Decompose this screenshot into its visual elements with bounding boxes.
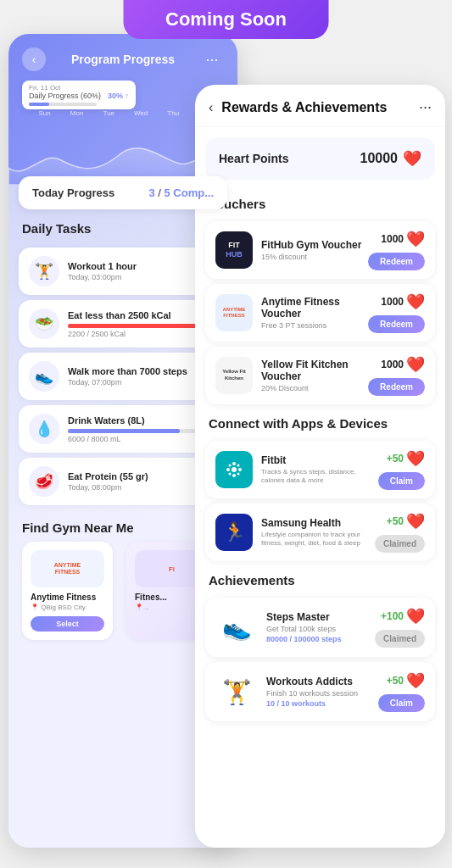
achievement-points: +50 ❤️ xyxy=(387,671,425,690)
claim-button-fitbit[interactable]: Claim xyxy=(378,472,425,490)
app-desc: Lifestyle companion to track your fitnes… xyxy=(261,531,375,548)
achievements-section-title: Achievements xyxy=(195,566,445,593)
achievement-right: +50 ❤️ Claim xyxy=(378,671,425,712)
redeem-button-fithub[interactable]: Redeem xyxy=(368,253,425,270)
task-icon-workout: 🏋 xyxy=(29,256,59,287)
heart-points-card: Heart Points 10000 ❤️ xyxy=(205,137,435,180)
fitbit-logo xyxy=(215,451,253,488)
more-options-button[interactable]: ··· xyxy=(200,47,224,71)
voucher-cost: 1000 ❤️ xyxy=(381,230,425,248)
voucher-card-anytime: ANYTIMEFITNESS Anytime Fitness Voucher F… xyxy=(205,284,435,342)
gym-logo-anytime: ANYTIMEFITNESS xyxy=(31,550,104,587)
svg-point-4 xyxy=(238,468,242,471)
connect-section-title: Connect with Apps & Devices xyxy=(195,409,445,436)
svg-point-5 xyxy=(229,465,232,467)
cost-heart-icon: ❤️ xyxy=(406,230,425,248)
right-card: ‹ Rewards & Achievements ··· Heart Point… xyxy=(195,85,445,848)
back-button[interactable]: ‹ xyxy=(22,47,46,71)
svg-point-7 xyxy=(229,473,232,476)
svg-point-6 xyxy=(237,465,240,467)
chart-label-mon: Mon xyxy=(70,109,84,117)
claim-button-workouts[interactable]: Claim xyxy=(378,694,425,712)
program-progress-title: Program Progress xyxy=(71,53,175,66)
chart-label-wed: Wed xyxy=(134,109,148,117)
claimed-button-steps: Claimed xyxy=(375,630,425,648)
find-gym-title: Find Gym Near Me xyxy=(22,520,224,542)
voucher-desc: 15% discount xyxy=(261,253,368,261)
rewards-header: ‹ Rewards & Achievements ··· xyxy=(195,85,445,127)
anytime-logo: ANYTIMEFITNESS xyxy=(215,294,253,331)
heart-icon: ❤️ xyxy=(403,149,421,168)
redeem-button-yellowfit[interactable]: Redeem xyxy=(368,378,425,396)
today-progress-section: Today Progress 3 / 5 Comp... xyxy=(19,176,227,209)
heart-points-label: Heart Points xyxy=(219,152,288,165)
app-right: +50 ❤️ Claimed xyxy=(375,512,425,553)
svg-point-3 xyxy=(226,468,230,471)
achievement-card-steps: 👟 Steps Master Get Total 100k steps 8000… xyxy=(205,598,435,657)
achievement-name: Steps Master xyxy=(266,611,375,623)
svg-point-1 xyxy=(232,462,236,465)
heart-points-number: 10000 xyxy=(360,151,399,166)
app-desc: Tracks & syncs steps, distance, calories… xyxy=(261,468,378,486)
voucher-card-yellowfit: Yellow FitKitchen Yellow Fit Kitchen Vou… xyxy=(205,347,435,404)
app-info-samsung: Samsung Health Lifestyle companion to tr… xyxy=(261,517,375,548)
progress-tooltip: Fri, 11 Oct Daily Progress (60%) 30% ↑ xyxy=(22,81,136,109)
gym-location: 📍 QBig BSD City xyxy=(31,604,104,611)
chart-label-sun: Sun xyxy=(39,109,51,117)
achievement-progress: 10 / 10 workouts xyxy=(266,699,378,708)
app-name: Fitbit xyxy=(261,454,378,466)
app-points: +50 ❤️ xyxy=(387,449,425,468)
gym-select-button[interactable]: Select xyxy=(31,616,104,632)
voucher-card-fithub: FITHUB FitHub Gym Voucher 15% discount 1… xyxy=(205,221,435,279)
app-card-samsung: 🏃 Samsung Health Lifestyle companion to … xyxy=(205,504,435,561)
task-progress-fill xyxy=(68,429,180,433)
voucher-info-fithub: FitHub Gym Voucher 15% discount xyxy=(261,239,368,261)
tooltip-progress-bar xyxy=(29,103,97,106)
voucher-name: Yellow Fit Kitchen Voucher xyxy=(261,359,368,382)
task-progress-fill xyxy=(68,324,199,328)
points-heart-icon: ❤️ xyxy=(406,671,425,690)
svg-point-0 xyxy=(232,467,237,472)
points-value: +50 xyxy=(387,515,404,527)
points-heart-icon: ❤️ xyxy=(406,449,425,468)
voucher-name: FitHub Gym Voucher xyxy=(261,239,368,251)
tooltip-progress-fill xyxy=(29,103,49,106)
tooltip-date: Fri, 11 Oct xyxy=(29,84,129,92)
voucher-desc: Free 3 PT sessions xyxy=(261,321,368,330)
today-progress-label: Today Progress xyxy=(32,186,114,199)
coming-soon-banner: Coming Soon xyxy=(123,0,329,39)
tooltip-percent: 30% ↑ xyxy=(108,92,129,100)
achievement-points: +100 ❤️ xyxy=(381,607,425,626)
svg-point-8 xyxy=(237,473,240,476)
voucher-info-anytime: Anytime Fitness Voucher Free 3 PT sessio… xyxy=(261,296,368,330)
redeem-button-anytime[interactable]: Redeem xyxy=(368,315,425,333)
tooltip-progress-label: Daily Progress (60%) xyxy=(29,92,101,100)
achievement-info-steps: Steps Master Get Total 100k steps 80000 … xyxy=(266,611,375,643)
achievement-desc: Get Total 100k steps xyxy=(266,625,375,633)
achievement-progress: 80000 / 100000 steps xyxy=(266,635,375,643)
achievement-right: +100 ❤️ Claimed xyxy=(375,607,425,648)
rewards-title: Rewards & Achievements xyxy=(221,100,419,115)
voucher-cost: 1000 ❤️ xyxy=(381,355,425,374)
voucher-cost: 1000 ❤️ xyxy=(381,292,425,311)
voucher-desc: 20% Discount xyxy=(261,384,368,392)
rewards-more-button[interactable]: ··· xyxy=(419,98,432,116)
svg-point-2 xyxy=(232,474,236,477)
task-icon-walk: 👟 xyxy=(29,361,59,392)
achievement-img-workouts: 🏋 xyxy=(215,670,258,713)
task-icon-water: 💧 xyxy=(29,414,59,444)
claimed-button-samsung: Claimed xyxy=(375,535,425,553)
cost-heart-icon: ❤️ xyxy=(406,292,425,311)
yellowfit-logo: Yellow FitKitchen xyxy=(215,357,253,394)
achievement-name: Workouts Addicts xyxy=(266,676,378,687)
fithub-logo: FITHUB xyxy=(215,231,253,269)
chart-label-thu: Thu xyxy=(167,109,179,117)
points-heart-icon: ❤️ xyxy=(406,512,425,531)
achievement-card-workouts: 🏋 Workouts Addicts Finish 10 workouts se… xyxy=(205,662,435,721)
voucher-right: 1000 ❤️ Redeem xyxy=(368,230,425,270)
app-name: Samsung Health xyxy=(261,517,375,529)
samsung-logo: 🏃 xyxy=(215,514,253,551)
voucher-right: 1000 ❤️ Redeem xyxy=(368,292,425,333)
points-value: +50 xyxy=(387,453,404,465)
chart-label-tue: Tue xyxy=(103,109,114,117)
